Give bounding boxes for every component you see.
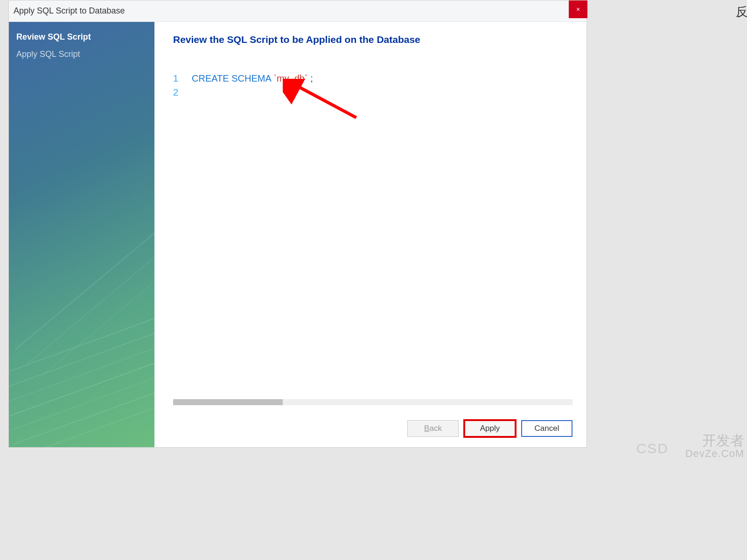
back-button: Back xyxy=(407,420,459,437)
dialog-titlebar: Apply SQL Script to Database × xyxy=(9,0,586,22)
apply-button-label: Apply xyxy=(480,424,500,433)
line-number: 1 xyxy=(173,71,192,85)
watermark-line1: 开发者 xyxy=(702,433,744,448)
cancel-button[interactable]: Cancel xyxy=(521,420,572,437)
cropped-background-text: 反 xyxy=(736,4,747,20)
dialog-title: Apply SQL Script to Database xyxy=(14,6,125,16)
back-button-label: Back xyxy=(424,424,442,433)
close-icon: × xyxy=(576,6,580,13)
apply-sql-dialog: Apply SQL Script to Database × Review SQ… xyxy=(8,0,587,448)
code-content: CREATE SCHEMA `my_db` ; xyxy=(192,71,313,85)
scrollbar-thumb[interactable] xyxy=(173,399,283,405)
watermark-csd: CSD xyxy=(636,441,669,456)
sql-editor[interactable]: 1CREATE SCHEMA `my_db` ;2 xyxy=(173,71,572,396)
sidebar-item-apply-sql[interactable]: Apply SQL Script xyxy=(9,46,154,63)
code-line: 1CREATE SCHEMA `my_db` ; xyxy=(173,71,572,85)
horizontal-scrollbar[interactable] xyxy=(173,399,572,405)
main-heading: Review the SQL Script to be Applied on t… xyxy=(173,34,572,45)
code-line: 2 xyxy=(173,85,572,99)
close-button[interactable]: × xyxy=(569,0,587,18)
button-row: Back Apply Cancel xyxy=(173,405,572,442)
sidebar-item-label: Review SQL Script xyxy=(16,32,91,41)
sidebar-item-label: Apply SQL Script xyxy=(16,49,80,59)
watermark-line2: DevZe.CoM xyxy=(685,448,744,459)
apply-button[interactable]: Apply xyxy=(464,420,516,437)
watermark: 开发者 DevZe.CoM xyxy=(685,433,744,459)
cancel-button-label: Cancel xyxy=(535,424,559,433)
wizard-sidebar: Review SQL Script Apply SQL Script xyxy=(9,22,154,447)
sidebar-item-review-sql[interactable]: Review SQL Script xyxy=(9,28,154,46)
line-number: 2 xyxy=(173,85,192,99)
main-panel: Review the SQL Script to be Applied on t… xyxy=(154,22,586,447)
dialog-body: Review SQL Script Apply SQL Script Revie… xyxy=(9,22,586,447)
